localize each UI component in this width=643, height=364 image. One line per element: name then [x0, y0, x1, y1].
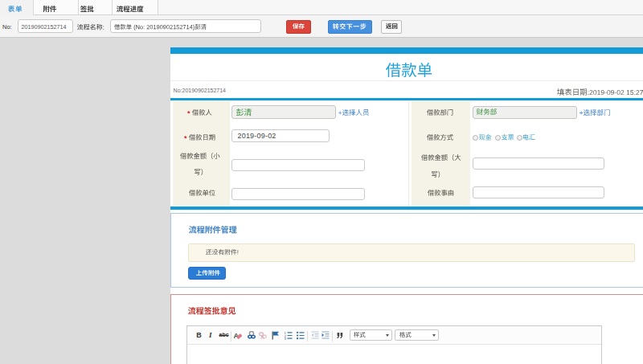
svg-text:3: 3: [285, 337, 287, 340]
